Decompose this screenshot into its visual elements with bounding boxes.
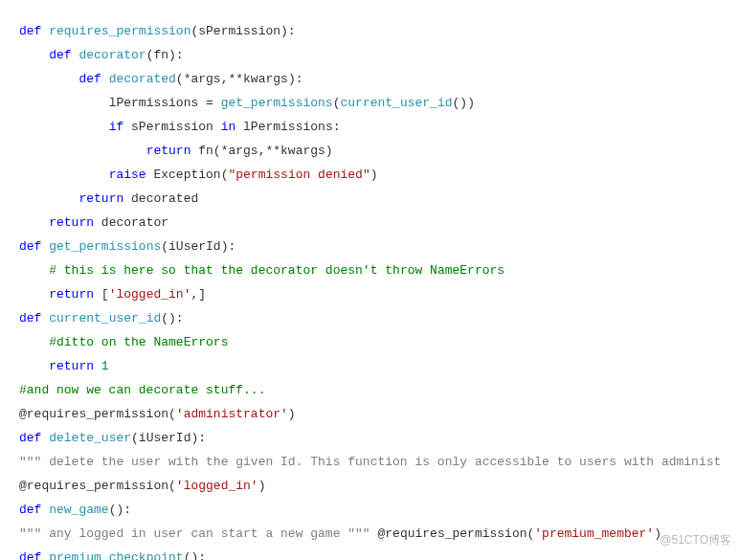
- code-line: def new_game():: [19, 503, 131, 517]
- code-line: return decorated: [19, 191, 198, 206]
- code-line: return fn(*args,**kwargs): [19, 144, 333, 158]
- code-line: def current_user_id():: [19, 311, 184, 325]
- code-line: return ['logged_in',]: [19, 287, 206, 302]
- code-line: def get_permissions(iUserId):: [19, 239, 235, 254]
- code-line: @requires_permission('logged_in'): [19, 479, 265, 493]
- code-line: return 1: [19, 359, 109, 373]
- code-line: #ditto on the NameErrors: [19, 335, 228, 349]
- comment: # this is here so that the decorator doe…: [49, 263, 504, 278]
- code-line: raise Exception("permission denied"): [19, 168, 378, 182]
- code-line: """ any logged in user can start a new g…: [19, 526, 661, 541]
- code-line: @requires_permission('administrator'): [19, 407, 296, 421]
- code-line: def decorator(fn):: [19, 48, 184, 62]
- code-line: return decorator: [19, 215, 168, 230]
- decorator: @requires_permission(: [19, 407, 176, 421]
- code-line: """ delete the user with the given Id. T…: [19, 455, 721, 469]
- docstring: """ delete the user with the given Id. T…: [19, 455, 721, 469]
- code-line: if sPermission in lPermissions:: [19, 120, 340, 134]
- keyword: def: [19, 24, 41, 38]
- code-line: def decorated(*args,**kwargs):: [19, 72, 302, 86]
- code-line: lPermissions = get_permissions(current_u…: [19, 96, 475, 110]
- code-line: def requires_permission(sPermission):: [19, 24, 296, 38]
- code-line: #and now we can decorate stuff...: [19, 383, 265, 397]
- code-snippet: def requires_permission(sPermission): de…: [0, 0, 739, 560]
- string-literal: "permission denied": [228, 168, 370, 182]
- function-name: requires_permission: [49, 24, 190, 38]
- code-line: def delete_user(iUserId):: [19, 431, 206, 445]
- code-line: # this is here so that the decorator doe…: [19, 263, 504, 278]
- code-line: def premium_checkpoint():: [19, 550, 206, 560]
- number-literal: 1: [101, 359, 109, 373]
